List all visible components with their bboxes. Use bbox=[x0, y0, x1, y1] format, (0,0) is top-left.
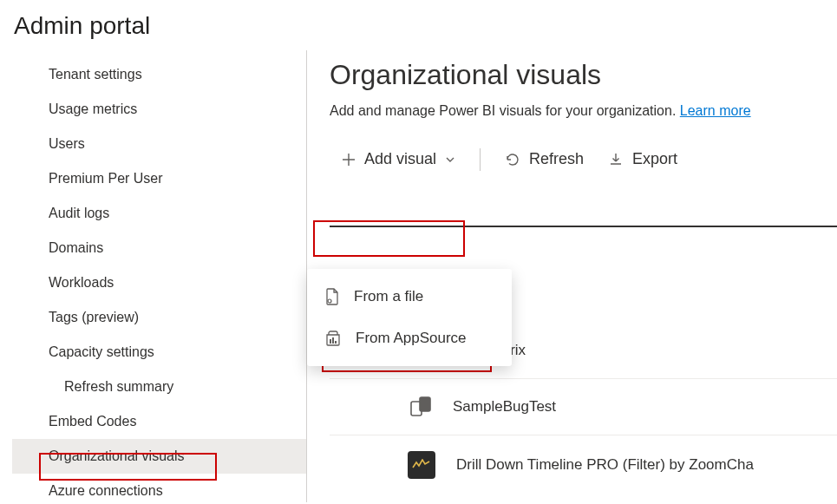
svg-rect-3 bbox=[335, 341, 337, 344]
page-title: Admin portal bbox=[14, 12, 823, 40]
export-button[interactable]: Export bbox=[596, 143, 690, 175]
sidebar-item-label: Workloads bbox=[49, 275, 114, 290]
chevron-down-icon bbox=[445, 154, 455, 165]
sidebar-item-organizational-visuals[interactable]: Organizational visuals bbox=[12, 439, 306, 474]
dropdown-from-appsource-label: From AppSource bbox=[356, 330, 467, 347]
dropdown-from-appsource[interactable]: From AppSource bbox=[307, 317, 512, 359]
sidebar-item-embed-codes[interactable]: Embed Codes bbox=[12, 404, 306, 439]
sidebar-item-label: Capacity settings bbox=[49, 344, 154, 359]
refresh-icon bbox=[505, 152, 520, 167]
visual-row[interactable]: SampleBugTest bbox=[330, 378, 837, 435]
svg-rect-7 bbox=[420, 397, 430, 411]
sidebar-item-azure-connections[interactable]: Azure connections bbox=[12, 474, 306, 504]
sidebar-item-label: Domains bbox=[49, 240, 103, 255]
export-label: Export bbox=[632, 150, 677, 168]
sidebar-item-capacity-settings[interactable]: Capacity settings bbox=[12, 335, 306, 370]
sidebar-item-label: Audit logs bbox=[49, 206, 109, 220]
sidebar-item-label: Premium Per User bbox=[49, 171, 163, 186]
sidebar-item-premium-per-user[interactable]: Premium Per User bbox=[12, 161, 306, 196]
toolbar: Add visual Refresh Export bbox=[330, 143, 837, 182]
sidebar-item-label: Embed Codes bbox=[49, 414, 136, 429]
svg-point-0 bbox=[328, 299, 331, 303]
add-visual-button[interactable]: Add visual bbox=[330, 143, 468, 175]
file-icon bbox=[324, 288, 340, 305]
sidebar: Tenant settings Usage metrics Users Prem… bbox=[0, 50, 307, 502]
sidebar-item-label: Users bbox=[49, 136, 85, 151]
svg-rect-1 bbox=[330, 339, 331, 344]
table-divider bbox=[330, 226, 837, 227]
sidebar-item-domains[interactable]: Domains bbox=[12, 231, 306, 265]
download-icon bbox=[608, 152, 624, 167]
sidebar-item-workloads[interactable]: Workloads bbox=[12, 265, 306, 300]
add-visual-dropdown: From a file From AppSource bbox=[307, 269, 512, 366]
sidebar-item-audit-logs[interactable]: Audit logs bbox=[12, 196, 306, 231]
sidebar-item-label: Organizational visuals bbox=[49, 448, 185, 463]
visual-row[interactable]: Drill Down Timeline PRO (Filter) by Zoom… bbox=[330, 435, 837, 494]
subtitle-text: Add and manage Power BI visuals for your… bbox=[330, 103, 680, 118]
visual-generic-icon bbox=[408, 395, 432, 419]
sidebar-item-label: Tenant settings bbox=[49, 67, 142, 82]
plus-icon bbox=[342, 153, 356, 167]
learn-more-link[interactable]: Learn more bbox=[680, 103, 751, 118]
add-visual-label: Add visual bbox=[364, 150, 436, 168]
sidebar-item-usage-metrics[interactable]: Usage metrics bbox=[12, 92, 306, 127]
dropdown-from-file-label: From a file bbox=[354, 288, 423, 305]
visual-name: Drill Down Timeline PRO (Filter) by Zoom… bbox=[456, 456, 754, 474]
toolbar-separator bbox=[480, 148, 481, 171]
sidebar-item-label: Refresh summary bbox=[64, 379, 173, 394]
sidebar-item-tenant-settings[interactable]: Tenant settings bbox=[12, 57, 306, 92]
svg-rect-2 bbox=[332, 337, 334, 344]
visual-custom-icon bbox=[408, 451, 435, 479]
refresh-button[interactable]: Refresh bbox=[493, 143, 596, 175]
header: Admin portal bbox=[0, 0, 837, 50]
visual-name: SampleBugTest bbox=[453, 398, 556, 416]
refresh-label: Refresh bbox=[529, 150, 584, 168]
main-heading: Organizational visuals bbox=[330, 59, 837, 91]
sidebar-item-users[interactable]: Users bbox=[12, 127, 306, 161]
content: Tenant settings Usage metrics Users Prem… bbox=[0, 50, 837, 502]
sidebar-item-tags[interactable]: Tags (preview) bbox=[12, 300, 306, 335]
main-subtitle: Add and manage Power BI visuals for your… bbox=[330, 103, 837, 119]
sidebar-item-refresh-summary[interactable]: Refresh summary bbox=[12, 370, 306, 404]
sidebar-item-label: Usage metrics bbox=[49, 101, 137, 116]
sidebar-item-label: Tags (preview) bbox=[49, 310, 139, 324]
sidebar-item-label: Azure connections bbox=[49, 483, 163, 498]
main: Organizational visuals Add and manage Po… bbox=[307, 50, 837, 502]
appsource-icon bbox=[324, 330, 342, 347]
dropdown-from-file[interactable]: From a file bbox=[307, 276, 512, 317]
